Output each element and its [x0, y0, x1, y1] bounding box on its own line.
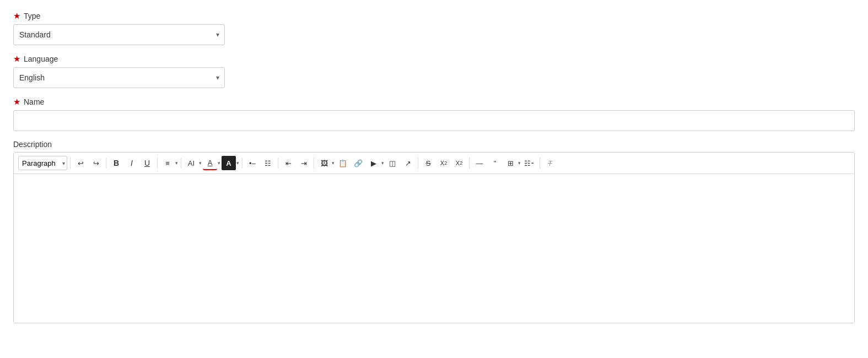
- superscript-button[interactable]: X2: [452, 156, 466, 170]
- insert-link-button[interactable]: 🔗: [351, 156, 365, 170]
- language-label: ★ Language: [13, 54, 855, 64]
- highlight-dropdown-arrow-icon: ▾: [236, 160, 239, 166]
- description-editor-container: Paragraph Heading 1 Heading 2 Heading 3 …: [13, 152, 855, 323]
- clear-format-button[interactable]: T: [543, 156, 557, 170]
- separator-1: [70, 158, 71, 169]
- insert-image-dropdown-arrow-icon: ▾: [332, 160, 335, 166]
- name-field-group: ★ Name: [13, 97, 855, 131]
- name-required-star: ★: [13, 97, 20, 107]
- undo-button[interactable]: ↩: [73, 156, 88, 170]
- separator-9: [469, 158, 470, 169]
- strikethrough-button[interactable]: S: [421, 156, 435, 170]
- separator-2: [106, 158, 106, 169]
- font-size-dropdown-arrow-icon: ▾: [199, 160, 202, 166]
- italic-button[interactable]: I: [125, 156, 139, 170]
- type-select[interactable]: Standard Advanced Custom: [13, 24, 225, 45]
- underline-button[interactable]: U: [140, 156, 154, 170]
- type-select-wrapper: Standard Advanced Custom ▾: [13, 24, 225, 45]
- redo-button[interactable]: ↪: [89, 156, 103, 170]
- description-label: Description: [13, 140, 855, 149]
- separator-4: [181, 158, 181, 169]
- highlight-button[interactable]: A: [222, 156, 236, 170]
- font-size-button[interactable]: AI: [184, 156, 198, 170]
- align-dropdown-arrow-icon: ▾: [175, 160, 178, 166]
- align-dropdown-group: ≡ ▾: [160, 156, 178, 170]
- description-field-group: Description Paragraph Heading 1 Heading …: [13, 140, 855, 323]
- subscript-button[interactable]: X2: [436, 156, 451, 170]
- language-label-text: Language: [24, 55, 58, 63]
- insert-media-embed-button[interactable]: ◫: [385, 156, 400, 170]
- highlight-dropdown-group: A ▾: [222, 156, 239, 170]
- editor-toolbar: Paragraph Heading 1 Heading 2 Heading 3 …: [14, 153, 854, 174]
- name-label-text: Name: [24, 97, 44, 106]
- bold-button[interactable]: B: [109, 156, 123, 170]
- horizontal-rule-button[interactable]: —: [472, 156, 487, 170]
- table-button[interactable]: ⊞: [503, 156, 517, 170]
- type-field-group: ★ Type Standard Advanced Custom ▾: [13, 11, 855, 45]
- blockquote-button[interactable]: ": [488, 156, 502, 170]
- indent-increase-button[interactable]: ⇥: [296, 156, 311, 170]
- font-size-dropdown-group: AI ▾: [184, 156, 202, 170]
- insert-image-dropdown-group: 🖼 ▾: [317, 156, 335, 170]
- insert-file-button[interactable]: 📋: [336, 156, 350, 170]
- bullet-list-button[interactable]: •–: [245, 156, 260, 170]
- special-chars-button[interactable]: ☷⁃: [522, 156, 537, 170]
- align-button[interactable]: ≡: [160, 156, 175, 170]
- language-select[interactable]: English French German Spanish: [13, 67, 225, 88]
- separator-7: [314, 158, 314, 169]
- language-required-star: ★: [13, 54, 20, 64]
- media-button[interactable]: ▶: [366, 156, 381, 170]
- font-color-button[interactable]: A: [203, 156, 217, 170]
- external-link-button[interactable]: ↗: [401, 156, 415, 170]
- name-input[interactable]: [13, 110, 855, 131]
- separator-8: [418, 158, 418, 169]
- table-dropdown-group: ⊞ ▾: [503, 156, 521, 170]
- paragraph-style-select[interactable]: Paragraph Heading 1 Heading 2 Heading 3: [18, 156, 67, 170]
- font-color-dropdown-group: A ▾: [203, 156, 220, 170]
- language-select-wrapper: English French German Spanish ▾: [13, 67, 225, 88]
- font-color-dropdown-arrow-icon: ▾: [218, 160, 220, 166]
- media-dropdown-arrow-icon: ▾: [381, 160, 384, 166]
- insert-image-button[interactable]: 🖼: [317, 156, 331, 170]
- separator-5: [242, 158, 242, 169]
- type-required-star: ★: [13, 11, 20, 21]
- separator-3: [157, 158, 158, 169]
- separator-10: [540, 158, 540, 169]
- ordered-list-button[interactable]: ☷: [261, 156, 275, 170]
- paragraph-style-wrapper: Paragraph Heading 1 Heading 2 Heading 3: [18, 156, 67, 170]
- name-label: ★ Name: [13, 97, 855, 107]
- type-label: ★ Type: [13, 11, 855, 21]
- language-field-group: ★ Language English French German Spanish…: [13, 54, 855, 88]
- type-label-text: Type: [24, 12, 40, 20]
- indent-decrease-button[interactable]: ⇤: [281, 156, 295, 170]
- separator-6: [278, 158, 278, 169]
- table-dropdown-arrow-icon: ▾: [518, 160, 521, 166]
- media-dropdown-group: ▶ ▾: [366, 156, 384, 170]
- description-editor-body[interactable]: [14, 174, 854, 323]
